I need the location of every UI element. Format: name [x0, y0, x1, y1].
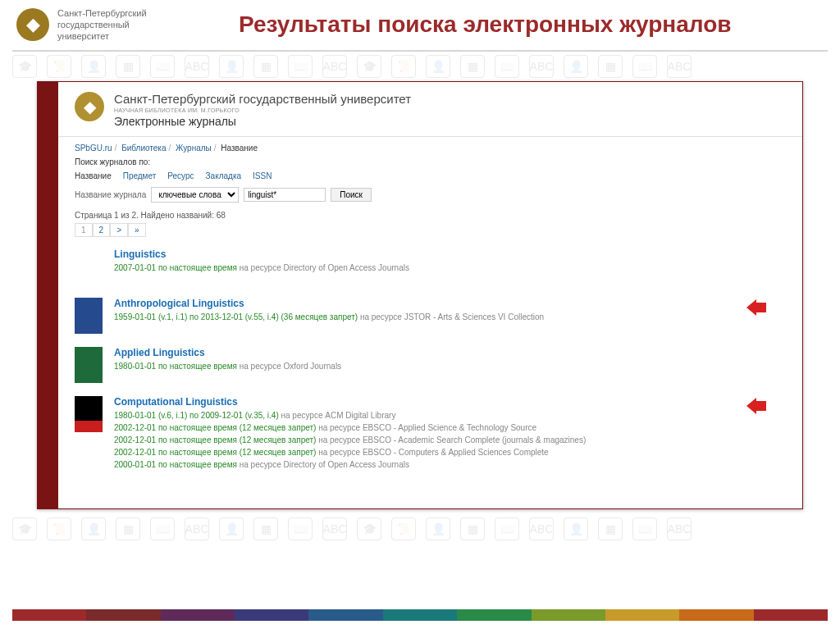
results-list: Linguistics2007-01-01 по настоящее время…	[75, 244, 786, 479]
footer-segment	[86, 609, 160, 621]
site-title-block: Санкт-Петербургский государственный унив…	[114, 92, 411, 128]
result-coverage-line: 1959-01-01 (v.1, i.1) по 2013-12-01 (v.5…	[114, 311, 786, 323]
slide-header: ◆ Санкт-Петербургский государственный ун…	[0, 0, 840, 46]
webpage: ◆ Санкт-Петербургский государственный ун…	[58, 82, 802, 508]
page-2[interactable]: 2	[93, 223, 111, 237]
page-1[interactable]: 1	[75, 223, 93, 237]
footer-segment	[308, 609, 382, 621]
result-body: Anthropological Linguistics1959-01-01 (v…	[114, 298, 786, 323]
coverage-link[interactable]: 2002-12-01 по настоящее время (12 месяце…	[114, 435, 316, 444]
crumb-3: Название	[221, 144, 258, 153]
search-row: Название журнала ключевые слова Поиск	[75, 187, 786, 203]
result-body: Computational Linguistics1980-01-01 (v.6…	[114, 396, 786, 471]
result-row: Anthropological Linguistics1959-01-01 (v…	[75, 293, 786, 342]
journal-cover-thumb	[75, 396, 103, 432]
tab-name[interactable]: Название	[75, 171, 112, 180]
search-tabs: Название Предмет Ресурс Закладка ISSN	[75, 171, 786, 180]
coverage-link[interactable]: 2007-01-01 по настоящее время	[114, 263, 237, 272]
result-coverage-line: 2002-12-01 по настоящее время (12 месяце…	[114, 434, 786, 446]
search-button[interactable]: Поиск	[331, 188, 372, 202]
journal-cover-thumb	[75, 298, 103, 334]
journal-cover-thumb	[75, 248, 103, 285]
coverage-link[interactable]: 2002-12-01 по настоящее время (12 месяце…	[114, 448, 316, 457]
page-next[interactable]: >	[110, 223, 128, 237]
result-coverage-line: 1980-01-01 по настоящее время на ресурсе…	[114, 360, 786, 372]
search-field-label: Название журнала	[75, 190, 146, 199]
search-mode-select[interactable]: ключевые слова	[151, 187, 239, 203]
result-coverage-line: 1980-01-01 (v.6, i.1) по 2009-12-01 (v.3…	[114, 409, 786, 422]
uni-line-3: университет	[57, 31, 147, 43]
uni-line-2: государственный	[57, 20, 147, 31]
journal-cover-thumb	[75, 347, 103, 383]
footer-segment	[532, 609, 605, 621]
crumb-1[interactable]: Библиотека	[121, 144, 166, 153]
section-name: Электронные журналы	[114, 115, 411, 128]
result-row: Applied Linguistics1980-01-01 по настоящ…	[75, 342, 786, 391]
site-emblem: ◆	[75, 92, 104, 121]
coverage-link[interactable]: 1980-01-01 (v.6, i.1) по 2009-12-01 (v.3…	[114, 411, 279, 420]
coverage-resource: на ресурсе Oxford Journals	[237, 362, 341, 371]
footer-segment	[12, 609, 86, 621]
coverage-link[interactable]: 1959-01-01 (v.1, i.1) по 2013-12-01 (v.5…	[114, 312, 358, 321]
coverage-resource: на ресурсе JSTOR - Arts & Sciences VI Co…	[358, 312, 544, 321]
university-name-block: Санкт-Петербургский государственный унив…	[57, 8, 147, 42]
site-header: ◆ Санкт-Петербургский государственный ун…	[58, 82, 802, 137]
result-coverage-line: 2002-12-01 по настоящее время (12 месяце…	[114, 422, 786, 434]
screenshot-frame: ◆ Санкт-Петербургский государственный ун…	[37, 81, 803, 509]
result-row: Linguistics2007-01-01 по настоящее время…	[75, 244, 786, 293]
footer-color-bar	[12, 609, 828, 621]
result-body: Applied Linguistics1980-01-01 по настоящ…	[114, 347, 786, 372]
coverage-resource: на ресурсе ACM Digital Library	[279, 411, 396, 420]
result-title-link[interactable]: Computational Linguistics	[114, 396, 786, 408]
result-title-link[interactable]: Anthropological Linguistics	[114, 298, 786, 309]
result-title-link[interactable]: Linguistics	[114, 248, 786, 260]
result-title-link[interactable]: Applied Linguistics	[114, 347, 786, 358]
search-input[interactable]	[244, 188, 326, 202]
footer-segment	[235, 609, 308, 621]
coverage-link[interactable]: 2002-12-01 по настоящее время (12 месяце…	[114, 423, 316, 432]
result-row: Computational Linguistics1980-01-01 (v.6…	[75, 391, 786, 479]
content-area: SPbGU.ru/ Библиотека/ Журналы/ Название …	[58, 137, 802, 479]
page-last[interactable]: »	[128, 223, 146, 237]
coverage-resource: на ресурсе EBSCO - Academic Search Compl…	[316, 435, 586, 444]
coverage-resource: на ресурсе EBSCO - Computers & Applied S…	[316, 448, 548, 457]
library-name: НАУЧНАЯ БИБЛИОТЕКА ИМ. М.ГОРЬКОГО	[114, 107, 411, 113]
result-coverage-line: 2007-01-01 по настоящее время на ресурсе…	[114, 262, 786, 274]
footer-segment	[383, 609, 457, 621]
coverage-link[interactable]: 2000-01-01 по настоящее время	[114, 460, 237, 469]
footer-segment	[754, 609, 828, 621]
footer-segment	[457, 609, 531, 621]
tab-resource[interactable]: Ресурс	[167, 171, 194, 180]
background-icon-strip-lower: 🎓📜👤▦📖ABC👤▦📖ABC🎓📜👤▦📖ABC👤▦📖ABC	[0, 514, 840, 544]
coverage-resource: на ресурсе EBSCO - Applied Science & Tec…	[316, 423, 536, 432]
callout-arrow-icon	[746, 398, 766, 414]
footer-segment	[605, 609, 679, 621]
coverage-resource: на ресурсе Directory of Open Access Jour…	[237, 460, 409, 469]
university-emblem: ◆	[16, 8, 49, 41]
result-coverage-line: 2000-01-01 по настоящее время на ресурсе…	[114, 458, 786, 471]
breadcrumb: SPbGU.ru/ Библиотека/ Журналы/ Название	[75, 144, 786, 153]
result-body: Linguistics2007-01-01 по настоящее время…	[114, 248, 786, 274]
tab-issn[interactable]: ISSN	[253, 171, 272, 180]
coverage-link[interactable]: 1980-01-01 по настоящее время	[114, 362, 237, 371]
background-icon-strip: 🎓📜👤▦📖ABC👤▦📖ABC🎓📜👤▦📖ABC👤▦📖ABC	[0, 52, 840, 81]
crumb-0[interactable]: SPbGU.ru	[75, 144, 112, 153]
footer-segment	[679, 609, 753, 621]
search-heading: Поиск журналов по:	[75, 157, 786, 166]
uni-line-1: Санкт-Петербургский	[57, 8, 147, 20]
crumb-2[interactable]: Журналы	[176, 144, 212, 153]
site-name: Санкт-Петербургский государственный унив…	[114, 92, 411, 106]
coverage-resource: на ресурсе Directory of Open Access Jour…	[237, 263, 409, 272]
pager: 1 2 > »	[75, 223, 786, 237]
footer-segment	[161, 609, 235, 621]
tab-bookmark[interactable]: Закладка	[206, 171, 241, 180]
result-coverage-line: 2002-12-01 по настоящее время (12 месяце…	[114, 446, 786, 458]
tab-subject[interactable]: Предмет	[123, 171, 157, 180]
pagination-info: Страница 1 из 2. Найдено названий: 68	[75, 211, 786, 220]
callout-arrow-icon	[746, 299, 766, 316]
slide-title: Результаты поиска электронных журналов	[147, 8, 824, 39]
